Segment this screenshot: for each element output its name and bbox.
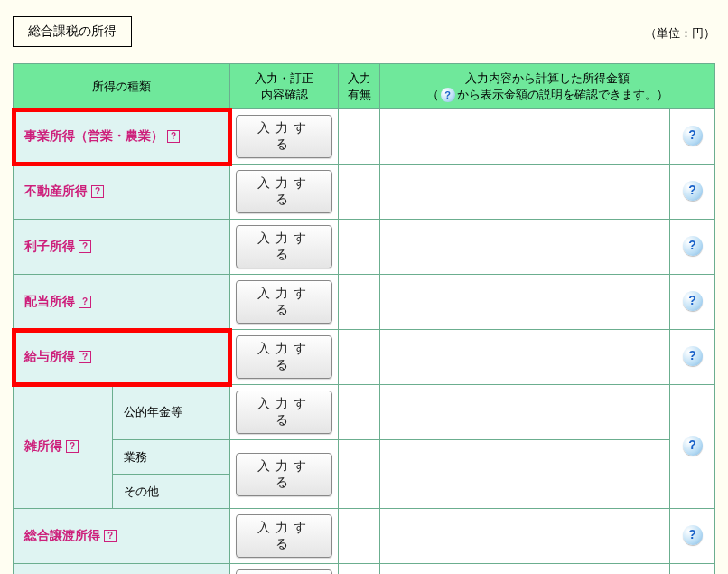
question-icon[interactable]: ? — [79, 240, 91, 253]
row-interest: 利子所得? — [14, 220, 230, 275]
help-icon — [441, 88, 455, 102]
row-business: 事業所得（営業・農業）? — [14, 109, 230, 165]
table-row: 一時所得? 入力する — [14, 564, 715, 575]
table-header-row: 所得の種類 入力・訂正 内容確認 入力 有無 入力内容から計算した所得金額 （か… — [14, 64, 715, 109]
col-header-input: 入力・訂正 内容確認 — [230, 64, 339, 109]
help-icon[interactable] — [683, 436, 703, 456]
help-icon[interactable] — [683, 236, 703, 256]
input-button[interactable]: 入力する — [236, 335, 332, 379]
input-button[interactable]: 入力する — [236, 391, 332, 434]
unit-label: （単位：円） — [645, 25, 715, 42]
help-icon[interactable] — [683, 291, 703, 311]
row-salary: 給与所得? — [14, 330, 230, 385]
table-row: 利子所得? 入力する — [14, 220, 715, 275]
question-icon[interactable]: ? — [79, 296, 91, 308]
row-misc: 雑所得? — [14, 385, 113, 509]
table-row: 総合譲渡所得? 入力する — [14, 509, 715, 564]
row-dividend: 配当所得? — [14, 275, 230, 330]
table-row: 配当所得? 入力する — [14, 275, 715, 330]
row-misc-gyomu: 業務 — [113, 440, 230, 475]
help-icon[interactable] — [683, 346, 703, 366]
input-button[interactable]: 入力する — [236, 170, 332, 213]
input-button[interactable]: 入力する — [236, 280, 332, 324]
income-table: 所得の種類 入力・訂正 内容確認 入力 有無 入力内容から計算した所得金額 （か… — [13, 63, 715, 574]
row-misc-other: その他 — [113, 475, 230, 509]
input-button[interactable]: 入力する — [236, 225, 332, 268]
question-icon[interactable]: ? — [91, 185, 104, 198]
col-header-has: 入力 有無 — [339, 64, 380, 109]
table-row: 事業所得（営業・農業）? 入力する — [14, 109, 715, 165]
row-realestate: 不動産所得? — [14, 165, 230, 220]
help-icon[interactable] — [683, 525, 703, 545]
table-row: 雑所得? 公的年金等 入力する — [14, 385, 715, 440]
row-misc-pension: 公的年金等 — [113, 385, 230, 440]
input-button[interactable]: 入力する — [236, 569, 332, 574]
row-transfer: 総合譲渡所得? — [14, 509, 230, 564]
table-row: 不動産所得? 入力する — [14, 165, 715, 220]
table-row: 給与所得? 入力する — [14, 330, 715, 385]
input-button[interactable]: 入力する — [236, 115, 332, 158]
question-icon[interactable]: ? — [167, 130, 180, 143]
question-icon[interactable]: ? — [104, 530, 117, 542]
input-button[interactable]: 入力する — [236, 453, 332, 496]
col-header-calc: 入力内容から計算した所得金額 （から表示金額の説明を確認できます。） — [380, 64, 715, 109]
row-temporary: 一時所得? — [14, 564, 230, 575]
table-row: 業務 入力する — [14, 440, 715, 475]
question-icon[interactable]: ? — [66, 440, 79, 453]
input-button[interactable]: 入力する — [236, 514, 332, 558]
section-title: 総合課税の所得 — [13, 16, 132, 47]
help-icon[interactable] — [683, 126, 703, 146]
col-header-type: 所得の種類 — [14, 64, 230, 109]
help-icon[interactable] — [683, 181, 703, 201]
question-icon[interactable]: ? — [79, 351, 91, 363]
